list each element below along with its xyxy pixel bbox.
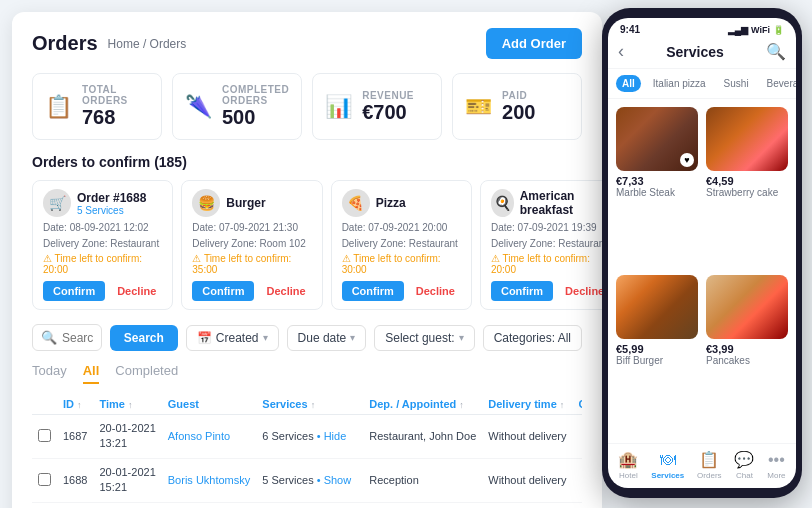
chevron-down-icon-2: ▾ (350, 332, 355, 343)
order-title-burger: Burger (226, 196, 265, 210)
row-time-1687: 20-01-202113:21 (93, 415, 161, 459)
biff-burger-name: Biff Burger (616, 355, 698, 366)
order-card-1688: 🛒 Order #1688 5 Services Date: 08-09-202… (32, 180, 173, 310)
col-time[interactable]: Time ↑ (93, 394, 161, 415)
search-input-wrap[interactable]: 🔍 (32, 324, 102, 351)
confirm-button-american-breakfast[interactable]: Confirm (491, 281, 553, 301)
row-delivery-1687: Without delivery (482, 415, 572, 459)
col-chat[interactable]: Chat ↑ (573, 394, 582, 415)
phone-nav-more[interactable]: ••• More (767, 451, 785, 480)
hotel-nav-icon: 🏨 (618, 450, 638, 469)
order-timer-pizza: ⚠ Time left to confirm: 30:00 (342, 253, 461, 275)
tab-today[interactable]: Today (32, 363, 67, 384)
phone-item-pancakes[interactable]: €3,99 Pancakes (706, 275, 788, 435)
tab-all[interactable]: All (83, 363, 100, 384)
services-nav-icon: 🍽 (660, 451, 676, 469)
confirm-button-1688[interactable]: Confirm (43, 281, 105, 301)
row-guest-1689[interactable]: Carla Wildner (162, 502, 257, 508)
phone-search-icon[interactable]: 🔍 (766, 42, 786, 61)
phone-item-strawberry-cake[interactable]: €4,59 Strawberry cake (706, 107, 788, 267)
stat-value-total: 768 (82, 106, 149, 129)
completed-orders-icon: 🌂 (185, 94, 212, 120)
row-chat-1689 (573, 502, 582, 508)
phone-screen-title: Services (666, 44, 724, 60)
phone-nav-hotel[interactable]: 🏨 Hotel (618, 450, 638, 480)
row-checkbox-1687[interactable] (38, 429, 51, 442)
marble-steak-name: Marble Steak (616, 187, 698, 198)
marble-steak-price: €7,33 (616, 175, 698, 187)
table-row: 1689 20-01-202115:21 Carla Wildner 10 Se… (32, 502, 582, 508)
order-title-1688: Order #1688 (77, 191, 146, 205)
row-time-1688: 20-01-202115:21 (93, 458, 161, 502)
row-delivery-1688: Without delivery (482, 458, 572, 502)
confirm-button-burger[interactable]: Confirm (192, 281, 254, 301)
back-button[interactable]: ‹ (618, 41, 624, 62)
order-timer-1688: ⚠ Time left to confirm: 20:00 (43, 253, 162, 275)
order-card-american-breakfast: 🍳 American breakfast Date: 07-09-2021 19… (480, 180, 602, 310)
phone-cat-beverage[interactable]: Beverage (761, 75, 796, 92)
decline-button-1688[interactable]: Decline (111, 281, 162, 301)
avatar-1688: 🛒 (43, 189, 71, 217)
phone-categories: All Italian pizza Sushi Beverage Bur (608, 69, 796, 99)
filter-created[interactable]: 📅 Created ▾ (186, 325, 279, 351)
pancakes-price: €3,99 (706, 343, 788, 355)
col-checkbox (32, 394, 57, 415)
decline-button-burger[interactable]: Decline (260, 281, 311, 301)
tabs-row: Today All Completed (32, 363, 582, 384)
strawberry-cake-name: Strawberry cake (706, 187, 788, 198)
add-order-button[interactable]: Add Order (486, 28, 582, 59)
col-services[interactable]: Services ↑ (256, 394, 363, 415)
phone-statusbar: 9:41 ▂▄▆ WiFi 🔋 (608, 18, 796, 37)
order-zone-pizza: Delivery Zone: Restaurant (342, 237, 461, 251)
row-dep-1687: Restaurant, John Doe (363, 415, 482, 459)
col-guest[interactable]: Guest (162, 394, 257, 415)
order-title-pizza: Pizza (376, 196, 406, 210)
row-id-1687: 1687 (57, 415, 93, 459)
row-id-1688: 1688 (57, 458, 93, 502)
avatar-pizza: 🍕 (342, 189, 370, 217)
phone-item-marble-steak[interactable]: ♥ €7,33 Marble Steak (616, 107, 698, 267)
stat-label-revenue: REVENUE (362, 90, 414, 101)
phone-cat-sushi[interactable]: Sushi (718, 75, 755, 92)
col-delivery[interactable]: Delivery time ↑ (482, 394, 572, 415)
decline-button-american-breakfast[interactable]: Decline (559, 281, 602, 301)
confirm-button-pizza[interactable]: Confirm (342, 281, 404, 301)
row-guest-1688[interactable]: Boris Ukhtomsky (162, 458, 257, 502)
order-timer-american-breakfast: ⚠ Time left to confirm: 20:00 (491, 253, 602, 275)
phone-item-biff-burger[interactable]: €5,99 Biff Burger (616, 275, 698, 435)
confirm-section-title: Orders to confirm (185) (32, 154, 582, 170)
avatar-american-breakfast: 🍳 (491, 189, 514, 217)
battery-icon: 🔋 (773, 25, 784, 35)
avatar-burger: 🍔 (192, 189, 220, 217)
phone-nav-services[interactable]: 🍽 Services (651, 451, 684, 480)
search-button[interactable]: Search (110, 325, 178, 351)
row-checkbox-1688[interactable] (38, 473, 51, 486)
phone-nav-chat[interactable]: 💬 Chat (734, 450, 754, 480)
tab-completed[interactable]: Completed (115, 363, 178, 384)
wifi-icon: WiFi (751, 25, 770, 35)
filter-categories[interactable]: Categories: All (483, 325, 582, 351)
search-input[interactable] (62, 331, 93, 345)
decline-button-pizza[interactable]: Decline (410, 281, 461, 301)
chat-nav-label: Chat (736, 471, 753, 480)
page-header: Orders Home / Orders Add Order (32, 28, 582, 59)
row-id-1689: 1689 (57, 502, 93, 508)
stat-label-paid: PAID (502, 90, 535, 101)
strawberry-cake-image (706, 107, 788, 171)
phone-bottom-nav: 🏨 Hotel 🍽 Services 📋 Orders 💬 Chat ••• M… (608, 443, 796, 488)
row-guest-1687[interactable]: Afonso Pinto (162, 415, 257, 459)
stat-paid: 🎫 PAID 200 (452, 73, 582, 140)
filter-guest[interactable]: Select guest: ▾ (374, 325, 474, 351)
col-id[interactable]: ID ↑ (57, 394, 93, 415)
breadcrumb: Home / Orders (108, 37, 187, 51)
phone-time: 9:41 (620, 24, 640, 35)
col-dep[interactable]: Dep. / Appointed ↑ (363, 394, 482, 415)
phone-nav-orders[interactable]: 📋 Orders (697, 450, 721, 480)
orders-nav-label: Orders (697, 471, 721, 480)
phone-cat-italian-pizza[interactable]: Italian pizza (647, 75, 712, 92)
filter-due-date[interactable]: Due date ▾ (287, 325, 367, 351)
phone-cat-all[interactable]: All (616, 75, 641, 92)
order-zone-burger: Delivery Zone: Room 102 (192, 237, 311, 251)
row-dep-1689: Reception (363, 502, 482, 508)
paid-icon: 🎫 (465, 94, 492, 120)
